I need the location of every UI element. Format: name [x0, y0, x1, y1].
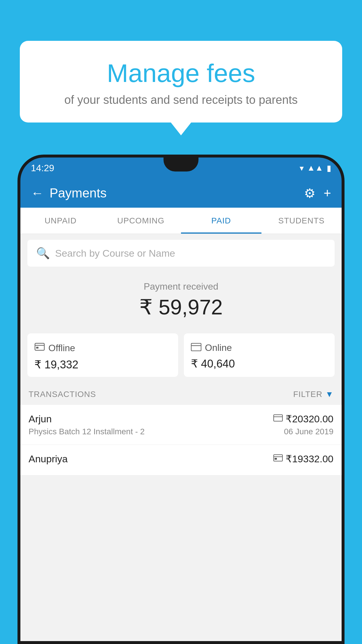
speech-bubble: Manage fees of your students and send re…: [20, 41, 342, 123]
transaction-amount: ₹20320.00: [286, 413, 333, 425]
battery-icon: ▮: [327, 163, 331, 173]
transaction-bottom: Physics Batch 12 Installment - 2 06 June…: [29, 427, 333, 436]
offline-amount: ₹ 19,332: [34, 358, 171, 371]
settings-icon[interactable]: ⚙: [304, 186, 315, 201]
filter-button[interactable]: FILTER ▼: [293, 390, 333, 399]
svg-rect-5: [274, 415, 282, 421]
svg-rect-3: [191, 343, 201, 351]
transaction-name: Arjun: [29, 413, 52, 425]
online-amount: ₹ 40,640: [191, 357, 328, 370]
transactions-header: TRANSACTIONS FILTER ▼: [20, 384, 342, 405]
tab-upcoming[interactable]: UPCOMING: [101, 208, 181, 234]
speech-bubble-container: Manage fees of your students and send re…: [20, 41, 342, 123]
status-icons: ▾ ▲▲ ▮: [300, 163, 331, 173]
tab-paid[interactable]: PAID: [181, 208, 261, 234]
svg-rect-0: [35, 343, 44, 350]
transaction-date: 06 June 2019: [284, 427, 333, 436]
payment-summary: Payment received ₹ 59,972: [20, 272, 342, 333]
manage-fees-subtitle: of your students and send receipts to pa…: [34, 93, 328, 106]
online-payment-icon: [191, 342, 201, 354]
transaction-row[interactable]: Arjun ₹20320.00 Physics Batch 12 Install…: [20, 405, 342, 445]
offline-card: Offline ₹ 19,332: [27, 333, 178, 377]
filter-label: FILTER: [293, 390, 322, 399]
wifi-icon: ▾: [300, 163, 304, 173]
transactions-label: TRANSACTIONS: [29, 390, 96, 399]
offline-type-label: Offline: [48, 343, 75, 354]
transaction-top: Arjun ₹20320.00: [29, 413, 333, 425]
transaction-name: Anupriya: [29, 453, 68, 465]
back-button[interactable]: ←: [31, 186, 44, 200]
offline-card-header: Offline: [34, 342, 171, 355]
tabs: UNPAID UPCOMING PAID STUDENTS: [20, 208, 342, 234]
phone-frame: 14:29 ▾ ▲▲ ▮ ← Payments ⚙ + UNPAID UPCOM…: [17, 155, 345, 644]
manage-fees-title: Manage fees: [34, 58, 328, 88]
header-left: ← Payments: [31, 186, 107, 200]
total-payment-amount: ₹ 59,972: [27, 295, 335, 319]
payment-received-label: Payment received: [27, 281, 335, 292]
transaction-top: Anupriya ₹19332.00: [29, 453, 333, 465]
transaction-amount: ₹19332.00: [286, 453, 333, 465]
transaction-row[interactable]: Anupriya ₹19332.00: [20, 445, 342, 475]
signal-icon: ▲▲: [307, 163, 323, 173]
search-icon: 🔍: [36, 247, 50, 260]
phone-notch: [164, 158, 198, 172]
tab-unpaid[interactable]: UNPAID: [20, 208, 101, 234]
transaction-amount-row: ₹19332.00: [273, 453, 333, 465]
payment-cards: Offline ₹ 19,332 Online ₹ 40,640: [20, 333, 342, 384]
svg-rect-2: [36, 347, 38, 349]
status-bar: 14:29 ▾ ▲▲ ▮: [20, 158, 342, 178]
header-right: ⚙ +: [304, 186, 331, 201]
header-title: Payments: [50, 186, 107, 200]
search-placeholder: Search by Course or Name: [55, 248, 175, 259]
transaction-course: Physics Batch 12 Installment - 2: [29, 427, 145, 436]
filter-icon: ▼: [325, 390, 333, 399]
search-bar[interactable]: 🔍 Search by Course or Name: [27, 240, 335, 267]
online-card: Online ₹ 40,640: [184, 333, 335, 377]
app-header: ← Payments ⚙ +: [20, 178, 342, 208]
status-time: 14:29: [31, 163, 54, 174]
offline-payment-icon: [34, 342, 45, 355]
online-type-label: Online: [205, 342, 232, 353]
transaction-amount-row: ₹20320.00: [273, 413, 333, 425]
tab-students[interactable]: STUDENTS: [261, 208, 342, 234]
card-payment-icon: [273, 414, 283, 424]
offline-payment-icon: [273, 454, 283, 463]
add-icon[interactable]: +: [324, 186, 331, 200]
online-card-header: Online: [191, 342, 328, 354]
svg-rect-9: [275, 458, 277, 460]
app-content: 🔍 Search by Course or Name Payment recei…: [20, 234, 342, 641]
